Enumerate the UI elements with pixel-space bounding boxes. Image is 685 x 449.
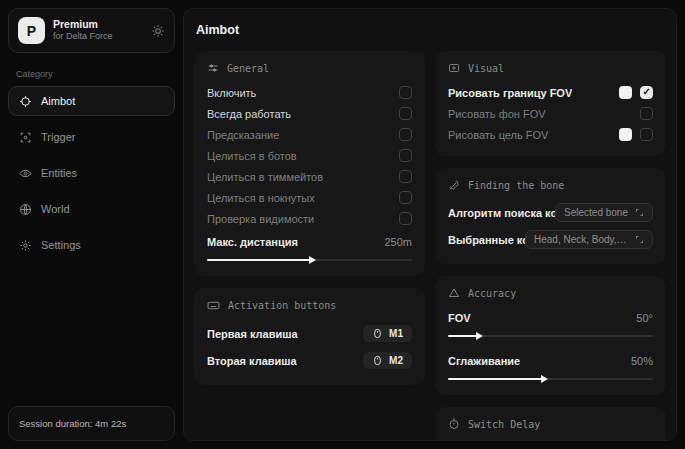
first-key-button[interactable]: M1 <box>363 325 412 342</box>
card-visual-header: Visual <box>448 62 653 74</box>
toggle-row-enable: Включить <box>207 82 412 103</box>
app-window: P Premium for Delta Force Category Aimbo… <box>0 0 685 449</box>
fov-target-checkbox[interactable] <box>640 128 653 141</box>
visual-controls <box>619 128 653 141</box>
settings-gear-icon <box>19 239 32 252</box>
card-title: General <box>227 63 269 74</box>
target-knocked-checkbox[interactable] <box>399 191 412 204</box>
smoothing-slider-block: Сглаживание 50% <box>448 350 653 384</box>
card-visual: Visual Рисовать границу FOV Рисовать фон… <box>435 51 666 156</box>
visibility-check-checkbox[interactable] <box>399 212 412 225</box>
keybind-label: Первая клавиша <box>207 328 298 340</box>
app-subtitle: for Delta Force <box>53 31 143 42</box>
max-distance-row: Макс. дистанция 250m <box>207 231 412 252</box>
toggle-row-target-knocked: Целиться в нокнутых <box>207 187 412 208</box>
fov-target-color-swatch[interactable] <box>619 128 632 141</box>
toggle-label: Всегда работать <box>207 108 291 120</box>
gear-icon[interactable] <box>151 24 165 38</box>
expand-icon <box>635 208 644 217</box>
keybind-value: M2 <box>389 355 403 366</box>
toggle-label: Целиться в ботов <box>207 150 297 162</box>
enable-checkbox[interactable] <box>399 86 412 99</box>
card-finding-bone: Finding the bone Алгоритм поиска костей … <box>435 168 666 264</box>
fov-border-checkbox[interactable] <box>640 86 653 99</box>
slider-value: 250m <box>384 236 412 248</box>
max-distance-slider[interactable] <box>207 255 412 265</box>
target-bots-checkbox[interactable] <box>399 149 412 162</box>
bone-algorithm-select[interactable]: Selected bone <box>555 203 653 222</box>
card-title: Finding the bone <box>468 180 564 191</box>
session-duration: Session duration: 4m 22s <box>8 406 175 441</box>
sidebar-item-entities[interactable]: Entities <box>8 158 175 188</box>
card-title: Visual <box>468 63 504 74</box>
slider-fill <box>207 259 310 261</box>
slider-fill <box>448 378 542 380</box>
toggle-row-target-teammates: Целиться в тиммейтов <box>207 166 412 187</box>
globe-icon <box>19 203 32 216</box>
slider-thumb[interactable] <box>541 375 548 383</box>
toggle-label: Предсказание <box>207 129 279 141</box>
page-title: Aimbot <box>196 23 666 37</box>
keybind-label: Вторая клавиша <box>207 355 297 367</box>
sidebar-item-label: Trigger <box>41 131 75 143</box>
card-title: Accuracy <box>468 288 516 299</box>
main-panel: Aimbot General Включить <box>183 8 677 441</box>
card-general: General Включить Всегда работать Предска… <box>194 51 425 276</box>
card-bone-header: Finding the bone <box>448 179 653 191</box>
target-teammates-checkbox[interactable] <box>399 170 412 183</box>
keybind-row-second: Вторая клавиша M2 <box>207 347 412 374</box>
sidebar-item-world[interactable]: World <box>8 194 175 224</box>
mouse-icon <box>372 328 383 339</box>
toggle-row-visibility-check: Проверка видимости <box>207 208 412 229</box>
bone-algorithm-label: Алгоритм поиска костей <box>448 207 555 219</box>
slider-label: FOV <box>448 312 471 324</box>
always-work-checkbox[interactable] <box>399 107 412 120</box>
card-activation-buttons: Activation buttons Первая клавиша M1 <box>194 288 425 385</box>
crosshair-icon <box>19 95 32 108</box>
visual-eye-icon <box>448 62 460 74</box>
slider-label: Сглаживание <box>448 355 520 367</box>
mouse-icon <box>372 355 383 366</box>
slider-thumb[interactable] <box>309 256 316 264</box>
card-switch-delay: Switch Delay Задержка переключения Задер… <box>435 407 666 441</box>
fov-border-color-swatch[interactable] <box>619 86 632 99</box>
keybind-row-first: Первая клавиша M1 <box>207 320 412 347</box>
prediction-checkbox[interactable] <box>399 128 412 141</box>
toggle-label: Включить <box>207 87 256 99</box>
sidebar-spacer <box>8 266 175 406</box>
content-columns: General Включить Всегда работать Предска… <box>194 51 666 441</box>
visual-controls <box>619 86 653 99</box>
toggle-row-prediction: Предсказание <box>207 124 412 145</box>
keyboard-icon <box>207 299 220 312</box>
selected-bones-label: Выбранные кости <box>448 234 525 246</box>
sidebar-item-label: Aimbot <box>41 95 75 107</box>
sidebar-item-label: World <box>41 203 70 215</box>
selected-bones-select[interactable]: Head, Neck, Body, Pe.. <box>525 230 653 249</box>
card-accuracy: Accuracy FOV 50° <box>435 276 666 395</box>
select-value: Selected bone <box>564 207 628 218</box>
sidebar: P Premium for Delta Force Category Aimbo… <box>8 8 175 441</box>
sidebar-item-aimbot[interactable]: Aimbot <box>8 86 175 116</box>
fov-slider[interactable] <box>448 331 653 341</box>
visual-row-fov-target: Рисовать цель FOV <box>448 124 653 145</box>
sidebar-item-trigger[interactable]: Trigger <box>8 122 175 152</box>
slider-value: 50% <box>631 355 653 367</box>
smoothing-slider[interactable] <box>448 374 653 384</box>
sidebar-item-label: Settings <box>41 239 81 251</box>
sidebar-item-settings[interactable]: Settings <box>8 230 175 260</box>
toggle-label: Целиться в нокнутых <box>207 192 315 204</box>
app-logo: P <box>18 17 45 44</box>
sliders-icon <box>207 62 219 74</box>
select-value: Head, Neck, Body, Pe.. <box>534 234 628 245</box>
toggle-row-target-bots: Целиться в ботов <box>207 145 412 166</box>
card-activation-header: Activation buttons <box>207 299 412 312</box>
app-title: Premium <box>53 18 143 31</box>
fov-background-checkbox[interactable] <box>640 107 653 120</box>
second-key-button[interactable]: M2 <box>363 352 412 369</box>
card-title: Activation buttons <box>228 300 336 311</box>
keybind-value: M1 <box>389 328 403 339</box>
selected-bones-row: Выбранные кости Head, Neck, Body, Pe.. <box>448 226 653 253</box>
fov-slider-block: FOV 50° <box>448 307 653 341</box>
slider-thumb[interactable] <box>476 332 483 340</box>
fov-row: FOV 50° <box>448 307 653 328</box>
